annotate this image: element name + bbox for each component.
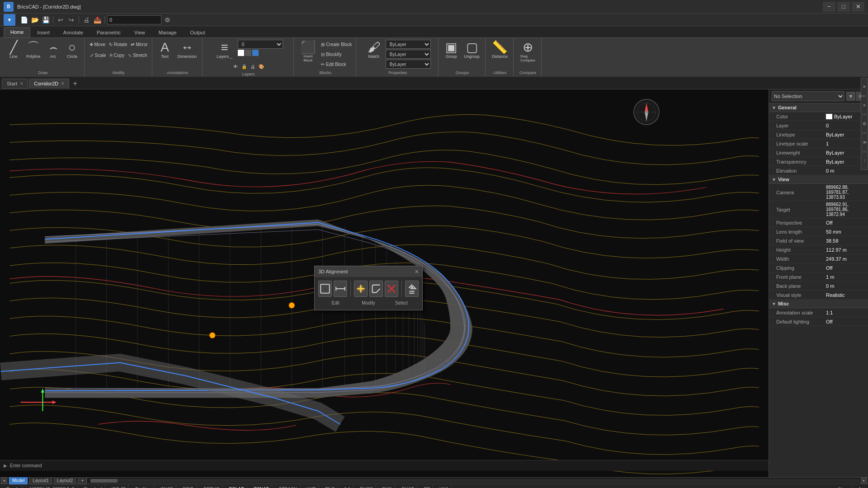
view-section-header[interactable]: ▼ View	[769, 175, 868, 184]
status-ortho[interactable]: ORTHO	[201, 484, 223, 488]
text-button[interactable]: A Text	[156, 40, 174, 60]
selection-dropdown[interactable]: No Selection	[772, 91, 844, 101]
model-tab[interactable]: Model	[9, 477, 28, 484]
create-block-button[interactable]: ⊞Create Block	[320, 40, 353, 49]
tab-home[interactable]: Home	[4, 27, 30, 38]
layer-tool-3[interactable]: 🖨	[249, 62, 256, 71]
plot-button[interactable]: 🖨	[81, 15, 91, 25]
command-input[interactable]	[107, 15, 161, 24]
circle-button[interactable]: ○ Circle	[63, 40, 81, 60]
alignment-dialog-close[interactable]: ×	[415, 268, 419, 275]
status-lwt[interactable]: LWT	[304, 484, 319, 488]
tab-start-close[interactable]: ×	[20, 80, 23, 87]
layer-tool-1[interactable]: 👁	[232, 62, 239, 71]
alignment-edit-line[interactable]	[334, 281, 347, 297]
tab-corridor2d-close[interactable]: ×	[61, 80, 64, 87]
lineweight-dropdown[interactable]: ByLayer	[386, 60, 431, 69]
alignment-modify-delete[interactable]	[385, 281, 398, 297]
stretch-button[interactable]: ⤡Stretch	[127, 51, 149, 60]
save-button[interactable]: 💾	[41, 15, 51, 25]
panel-filter-button[interactable]: ▼	[846, 92, 855, 101]
status-dyn[interactable]: DYN	[380, 484, 395, 488]
color-dropdown[interactable]: ByLayer	[386, 40, 431, 49]
alignment-dialog-title[interactable]: 3D Alignment ×	[315, 266, 422, 277]
polyline-button[interactable]: ⌒ Polyline	[24, 40, 43, 60]
rotate-button[interactable]: ↻Rotate	[108, 40, 128, 49]
tab-manage[interactable]: Manage	[152, 28, 184, 38]
scale-button[interactable]: ⤢Scale	[89, 51, 108, 60]
tab-view[interactable]: View	[127, 28, 152, 38]
status-grid[interactable]: GRID	[180, 484, 197, 488]
panel-side-btn-2[interactable]: ≡	[861, 96, 868, 114]
ungroup-button[interactable]: ▢ Ungroup	[461, 40, 482, 60]
status-strack[interactable]: STRACK	[276, 484, 300, 488]
add-layout-btn[interactable]: +	[78, 477, 87, 484]
maximize-button[interactable]: □	[837, 2, 850, 12]
layout2-tab[interactable]: Layout2	[54, 477, 76, 484]
arc-button[interactable]: ⌢ Arc	[44, 40, 62, 60]
tab-start[interactable]: Start ×	[2, 79, 28, 89]
linetype-dropdown[interactable]: ByLayer	[386, 50, 431, 59]
status-none[interactable]: None	[836, 484, 853, 488]
status-snap[interactable]: Standard	[81, 484, 105, 488]
status-rt[interactable]: RT	[421, 484, 433, 488]
panel-side-btn-1[interactable]: ✕	[861, 89, 868, 96]
layout1-tab[interactable]: Layout1	[29, 477, 52, 484]
alignment-select-move[interactable]	[405, 281, 419, 297]
layer-tool-2[interactable]: 🔒	[240, 62, 248, 71]
panel-side-btn-3[interactable]: ⚙	[861, 115, 868, 133]
layer-tool-4[interactable]: 🎨	[257, 62, 265, 71]
panel-side-btn-5[interactable]: ⋮	[861, 152, 868, 170]
mirror-button[interactable]: ⇄Mirror	[129, 40, 149, 49]
new-button[interactable]: 📄	[19, 15, 29, 25]
status-ducs[interactable]: DUCS	[357, 484, 376, 488]
dwg-compare-button[interactable]: ⊕ DwgCompare	[518, 40, 538, 64]
scroll-thumb[interactable]	[90, 479, 118, 483]
blockify-button[interactable]: ⊟Blockify	[320, 50, 353, 59]
status-iso[interactable]: ISO-25	[109, 484, 129, 488]
undo-button[interactable]: ↩	[56, 15, 66, 25]
status-drafting[interactable]: Drafting	[132, 484, 154, 488]
move-button[interactable]: ✥Move	[88, 40, 107, 49]
tab-annotate[interactable]: Annotate	[57, 28, 90, 38]
general-section-header[interactable]: ▼ General	[769, 103, 868, 112]
panel-side-btn-4[interactable]: ≫	[861, 133, 868, 151]
dimension-button[interactable]: ↔ Dimension	[175, 40, 200, 60]
status-tile[interactable]: TILE	[322, 484, 338, 488]
alignment-modify-corner[interactable]	[369, 281, 383, 297]
open-button[interactable]: 📂	[30, 15, 40, 25]
group-button[interactable]: ▣ Group	[442, 40, 460, 60]
misc-section-header[interactable]: ▼ Misc	[769, 300, 868, 308]
status-esnap[interactable]: ESNAP	[251, 484, 272, 488]
layers-button[interactable]: ≡ Layers _	[214, 40, 235, 60]
status-ready[interactable]: Ready	[4, 484, 23, 488]
scroll-left-button[interactable]: ◂	[1, 478, 7, 484]
scroll-right-button[interactable]: ▸	[861, 478, 867, 484]
edit-block-button[interactable]: ✏Edit Block	[320, 60, 353, 69]
viewport[interactable]: 3D Alignment ×	[0, 89, 769, 477]
status-polar[interactable]: POLAR	[226, 484, 247, 488]
publish-button[interactable]: 📤	[92, 15, 102, 25]
status-snap-mode[interactable]: SNAP	[158, 484, 176, 488]
layer-dropdown[interactable]: 0	[238, 40, 283, 49]
status-quad[interactable]: QUAD	[399, 484, 418, 488]
new-tab-button[interactable]: +	[70, 79, 80, 89]
distance-button[interactable]: 📏 Distance	[489, 40, 510, 60]
close-button[interactable]: ✕	[852, 2, 864, 12]
line-button[interactable]: ╱ Line	[5, 40, 23, 60]
tab-insert[interactable]: Insert	[30, 28, 57, 38]
alignment-modify-add[interactable]	[354, 281, 368, 297]
copy-button[interactable]: ⎘Copy	[108, 51, 126, 60]
status-hka[interactable]: HKA	[437, 484, 452, 488]
match-button[interactable]: 🖌 Match	[365, 40, 383, 60]
app-menu-icon[interactable]: ▼	[4, 14, 15, 26]
tab-output[interactable]: Output	[184, 28, 212, 38]
redo-button[interactable]: ↪	[66, 15, 76, 25]
tab-corridor2d[interactable]: Corridor2D ×	[29, 79, 69, 89]
status-scale[interactable]: 1:1	[341, 484, 354, 488]
status-num[interactable]: 1	[856, 484, 864, 488]
minimize-button[interactable]: −	[823, 2, 835, 12]
alignment-edit-rect[interactable]	[318, 281, 332, 297]
insert-block-button[interactable]: ⬛ InsertBlock	[297, 40, 319, 69]
settings-button[interactable]: ⚙	[162, 15, 172, 25]
